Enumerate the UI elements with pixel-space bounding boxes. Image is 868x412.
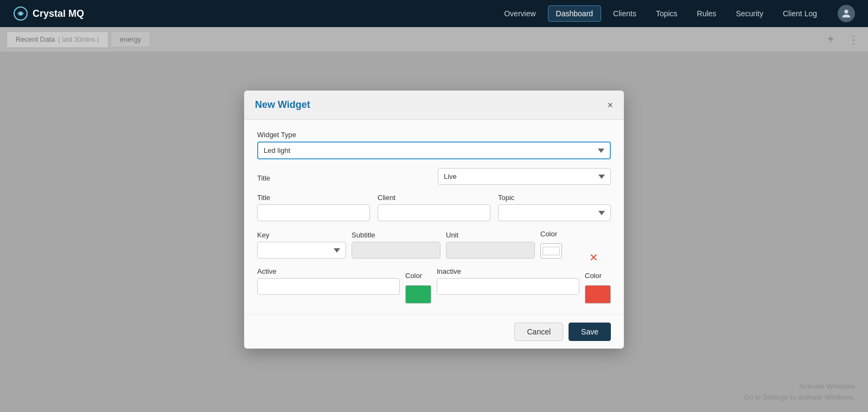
modal-title: New Widget	[255, 99, 310, 111]
modal-footer: Cancel Save	[244, 314, 624, 349]
nav-client-log[interactable]: Client Log	[775, 6, 825, 21]
nav-overview[interactable]: Overview	[496, 6, 543, 21]
subtitle-input[interactable]	[352, 242, 441, 259]
key-field-label: Key	[257, 231, 346, 239]
brand-name: Crystal MQ	[33, 8, 84, 20]
title-client-topic-row: Title Client Topic	[257, 194, 611, 230]
subtitle-field-label: Subtitle	[352, 231, 441, 239]
inactive-input-group: Inactive	[437, 267, 579, 295]
inactive-color-label: Color	[585, 272, 611, 280]
brand: Crystal MQ	[13, 6, 84, 21]
active-field-label: Active	[257, 267, 400, 275]
key-subtitle-unit-color-row: Key Subtitle Unit Color	[257, 230, 611, 267]
inactive-input[interactable]	[437, 278, 579, 295]
widget-type-group: Widget Type Led light Gauge Chart Text S…	[257, 131, 611, 159]
inactive-color-picker[interactable]	[585, 285, 611, 304]
svg-point-1	[19, 12, 22, 15]
delete-color-group: ✕	[589, 251, 611, 267]
title-section-label: Title	[257, 174, 430, 182]
title-field-label: Title	[257, 194, 370, 202]
active-input[interactable]	[257, 278, 400, 295]
subtitle-input-group: Subtitle	[352, 231, 441, 259]
new-widget-modal: New Widget × Widget Type Led light Gauge…	[244, 91, 624, 349]
brand-icon	[13, 6, 28, 21]
nav-clients[interactable]: Clients	[605, 6, 644, 21]
nav-security[interactable]: Security	[728, 6, 771, 21]
nav-dashboard[interactable]: Dashboard	[548, 5, 602, 22]
widget-type-select[interactable]: Led light Gauge Chart Text Switch	[257, 141, 611, 159]
cancel-button[interactable]: Cancel	[514, 323, 563, 341]
color-swatch-group: Color	[540, 230, 584, 259]
save-button[interactable]: Save	[569, 323, 611, 341]
topic-field-label: Topic	[498, 194, 611, 202]
title-input[interactable]	[257, 204, 370, 221]
key-select[interactable]	[257, 242, 346, 259]
widget-type-label: Widget Type	[257, 131, 611, 139]
active-color-picker[interactable]	[405, 285, 431, 304]
unit-input-group: Unit	[446, 231, 535, 259]
title-live-row: Title Live Historical	[257, 168, 611, 185]
active-inactive-row: Active Color Inactive Color	[257, 267, 611, 304]
navbar: Crystal MQ Overview Dashboard Clients To…	[0, 0, 868, 27]
modal-body: Widget Type Led light Gauge Chart Text S…	[244, 120, 624, 314]
nav-links: Overview Dashboard Clients Topics Rules …	[496, 5, 855, 22]
unit-field-label: Unit	[446, 231, 535, 239]
avatar-icon	[841, 9, 851, 18]
user-avatar[interactable]	[838, 5, 855, 22]
modal-overlay: New Widget × Widget Type Led light Gauge…	[0, 27, 868, 412]
active-color-label: Color	[405, 272, 431, 280]
nav-rules[interactable]: Rules	[690, 6, 724, 21]
white-swatch-inner	[542, 247, 560, 255]
title-static-label-group: Title	[257, 174, 430, 185]
inactive-color-swatch-group: Color	[585, 272, 611, 304]
key-select-group: Key	[257, 231, 346, 259]
modal-close-button[interactable]: ×	[607, 100, 613, 110]
inactive-field-label: Inactive	[437, 267, 579, 275]
unit-input[interactable]	[446, 242, 535, 259]
active-input-group: Active	[257, 267, 400, 295]
color-picker-white[interactable]	[540, 243, 562, 259]
client-input-group: Client	[378, 194, 490, 221]
client-input[interactable]	[378, 204, 490, 221]
active-color-swatch-group: Color	[405, 272, 431, 304]
delete-color-button[interactable]: ✕	[589, 251, 598, 264]
title-input-group: Title	[257, 194, 370, 221]
modal-header: New Widget ×	[244, 91, 624, 120]
live-select-group: Live Historical	[438, 168, 611, 185]
client-field-label: Client	[378, 194, 490, 202]
color-field-label: Color	[540, 230, 584, 238]
live-select[interactable]: Live Historical	[438, 168, 611, 185]
topic-select[interactable]	[498, 204, 611, 221]
topic-select-group: Topic	[498, 194, 611, 221]
nav-topics[interactable]: Topics	[648, 6, 685, 21]
